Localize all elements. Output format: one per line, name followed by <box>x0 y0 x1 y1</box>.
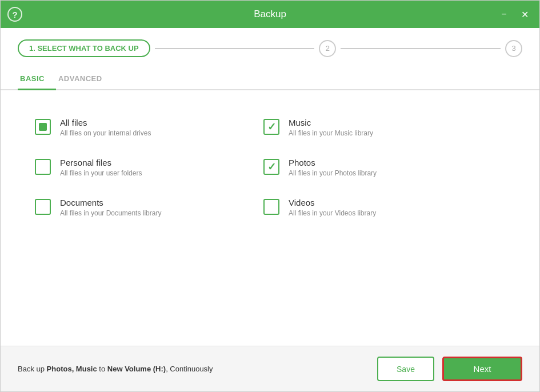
checkbox-music[interactable]: ✓ <box>263 119 279 135</box>
options-grid: All files All files on your internal dri… <box>23 107 481 227</box>
footer-buttons: Save Next <box>377 357 522 381</box>
checkbox-videos[interactable] <box>263 199 279 215</box>
titlebar: ? Backup − ✕ <box>1 1 539 28</box>
minimize-button[interactable]: − <box>496 6 512 22</box>
checkbox-personal-files[interactable] <box>35 159 51 175</box>
option-title-music: Music <box>289 118 373 127</box>
option-title-personal-files: Personal files <box>60 158 142 167</box>
checkbox-documents[interactable] <box>35 199 51 215</box>
save-button[interactable]: Save <box>377 357 434 381</box>
option-personal-files: Personal files All files in your user fo… <box>23 147 252 187</box>
option-desc-videos: All files in your Videos library <box>289 209 376 217</box>
checkbox-photos[interactable]: ✓ <box>263 159 279 175</box>
tab-bar: BASIC ADVANCED <box>1 69 539 90</box>
step-2[interactable]: 2 <box>319 40 336 57</box>
close-button[interactable]: ✕ <box>517 6 533 22</box>
option-documents: Documents All files in your Documents li… <box>23 187 252 227</box>
option-desc-personal-files: All files in your user folders <box>60 169 142 177</box>
option-desc-documents: All files in your Documents library <box>60 209 161 217</box>
next-button[interactable]: Next <box>442 357 522 381</box>
footer-summary: Back up Photos, Music to New Volume (H:)… <box>18 365 377 373</box>
progress-stepper: 1. SELECT WHAT TO BACK UP 2 3 <box>1 28 539 69</box>
option-music: ✓ Music All files in your Music library <box>252 107 481 147</box>
option-all-files: All files All files on your internal dri… <box>23 107 252 147</box>
option-title-videos: Videos <box>289 198 376 207</box>
step-line-1 <box>155 48 315 49</box>
option-photos: ✓ Photos All files in your Photos librar… <box>252 147 481 187</box>
step-1[interactable]: 1. SELECT WHAT TO BACK UP <box>18 39 150 57</box>
option-videos: Videos All files in your Videos library <box>252 187 481 227</box>
footer: Back up Photos, Music to New Volume (H:)… <box>1 346 539 391</box>
titlebar-left: ? <box>7 7 22 22</box>
option-desc-photos: All files in your Photos library <box>289 169 377 177</box>
option-title-documents: Documents <box>60 198 161 207</box>
checkbox-all-files[interactable] <box>35 119 51 135</box>
main-content: All files All files on your internal dri… <box>1 90 539 346</box>
option-title-all-files: All files <box>60 118 151 127</box>
step-3[interactable]: 3 <box>505 40 522 57</box>
option-desc-all-files: All files on your internal drives <box>60 129 151 137</box>
option-title-photos: Photos <box>289 158 377 167</box>
step-line-2 <box>341 48 501 49</box>
tab-advanced[interactable]: ADVANCED <box>56 69 114 90</box>
help-icon[interactable]: ? <box>7 7 22 22</box>
titlebar-controls: − ✕ <box>496 6 533 22</box>
tab-basic[interactable]: BASIC <box>18 69 56 90</box>
window-title: Backup <box>254 9 286 20</box>
backup-window: ? Backup − ✕ 1. SELECT WHAT TO BACK UP 2… <box>0 0 540 392</box>
option-desc-music: All files in your Music library <box>289 129 373 137</box>
